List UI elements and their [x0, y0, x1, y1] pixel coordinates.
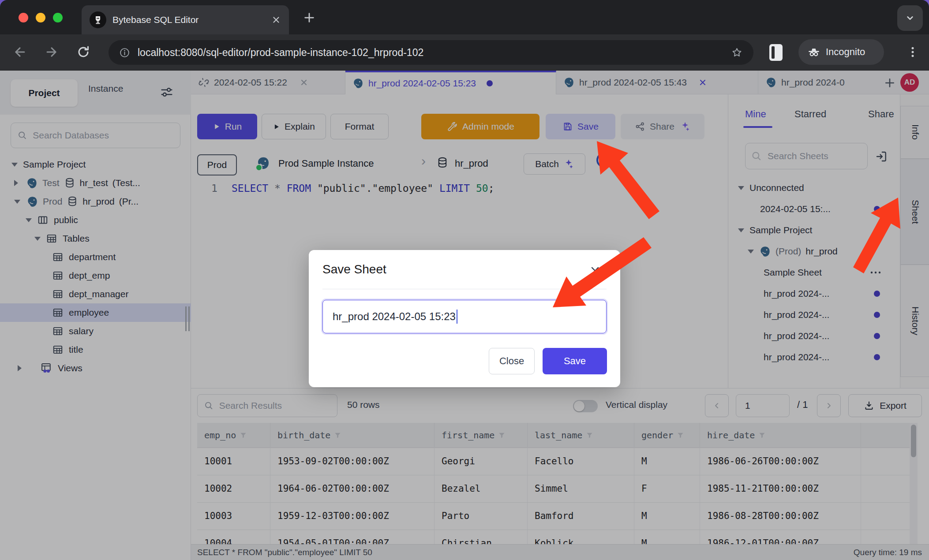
bookmark-star-icon[interactable] — [731, 47, 743, 59]
screenshot-stage: Bytebase SQL Editor localhost:8080/sql-e… — [0, 0, 929, 560]
side-panel-icon[interactable] — [769, 44, 783, 61]
modal-divider — [322, 289, 607, 289]
save-sheet-modal: Save Sheet hr_prod 2024-02-05 15:23 Clos… — [309, 250, 620, 387]
modal-close-button[interactable]: Close — [489, 348, 535, 374]
url-text: localhost:8080/sql-editor/prod-sample-in… — [138, 40, 423, 65]
sheet-name-value: hr_prod 2024-02-05 15:23 — [333, 310, 456, 323]
site-info-icon[interactable] — [119, 47, 130, 58]
sheet-name-field[interactable]: hr_prod 2024-02-05 15:23 — [322, 300, 607, 333]
browser-tab[interactable]: Bytebase SQL Editor — [82, 5, 289, 34]
window-minimize-button[interactable] — [36, 13, 45, 22]
modal-save-button[interactable]: Save — [543, 348, 607, 374]
browser-navbar: localhost:8080/sql-editor/prod-sample-in… — [0, 34, 929, 71]
incognito-icon — [807, 45, 820, 59]
incognito-badge: Incognito — [798, 39, 884, 65]
tab-close-icon[interactable] — [271, 15, 281, 25]
new-tab-icon[interactable] — [303, 11, 316, 24]
browser-tab-title: Bytebase SQL Editor — [112, 15, 265, 25]
modal-close-icon[interactable] — [589, 265, 601, 276]
chevron-down-icon — [904, 12, 916, 24]
text-cursor — [457, 310, 457, 324]
incognito-label: Incognito — [826, 46, 865, 58]
window-close-button[interactable] — [19, 13, 28, 22]
save-label: Save — [564, 355, 586, 367]
bytebase-favicon — [90, 11, 106, 28]
reload-icon[interactable] — [76, 45, 91, 60]
modal-title: Save Sheet — [322, 262, 386, 276]
url-bar[interactable]: localhost:8080/sql-editor/prod-sample-in… — [109, 40, 753, 65]
forward-icon[interactable] — [44, 45, 59, 60]
tab-overflow-button[interactable] — [897, 5, 923, 31]
close-label: Close — [499, 355, 524, 367]
browser-chrome: Bytebase SQL Editor localhost:8080/sql-e… — [0, 0, 929, 71]
back-icon[interactable] — [12, 45, 27, 60]
window-zoom-button[interactable] — [53, 13, 63, 22]
browser-menu-icon[interactable] — [906, 45, 919, 59]
